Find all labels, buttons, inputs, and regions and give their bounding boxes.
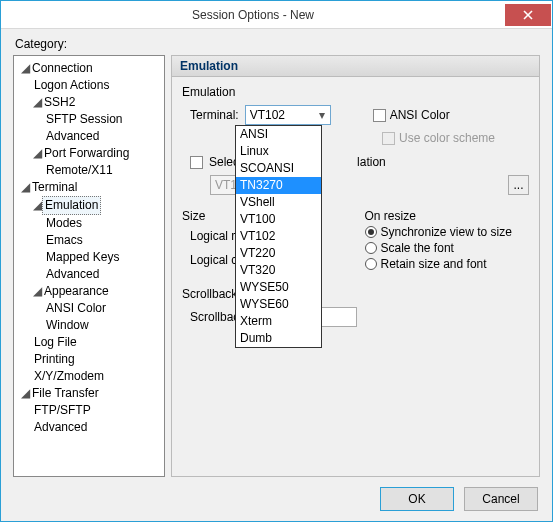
use-color-scheme-checkbox: Use color scheme [382,131,495,145]
tree-appearance[interactable]: Appearance [42,283,111,300]
chevron-down-icon[interactable]: ◢ [20,385,30,402]
chevron-down-icon[interactable]: ◢ [32,283,42,300]
close-icon [523,10,533,20]
tree-remotex11[interactable]: Remote/X11 [44,162,115,179]
chevron-down-icon[interactable]: ◢ [20,60,30,77]
dropdown-option[interactable]: VT320 [236,262,321,279]
tree-mapped[interactable]: Mapped Keys [44,249,121,266]
radio-retain[interactable]: Retain size and font [365,257,530,271]
tree-advanced[interactable]: Advanced [44,266,101,283]
tree-ftpsftp[interactable]: FTP/SFTP [32,402,93,419]
tree-connection[interactable]: Connection [30,60,95,77]
dots-label: ... [513,178,523,192]
tree-modes[interactable]: Modes [44,215,84,232]
tree-emulation[interactable]: Emulation [42,196,101,215]
tree-portfwd[interactable]: Port Forwarding [42,145,131,162]
dropdown-option[interactable]: VShell [236,194,321,211]
terminal-combo[interactable]: VT102 ▾ [245,105,331,125]
ok-label: OK [408,492,425,506]
chevron-down-icon[interactable]: ◢ [32,94,42,111]
tree-sftp[interactable]: SFTP Session [44,111,124,128]
group-emulation: Emulation [182,85,529,99]
chevron-down-icon[interactable]: ◢ [32,197,42,214]
select-alt-checkbox[interactable] [190,156,203,169]
terminal-dropdown-list[interactable]: ANSILinuxSCOANSITN3270VShellVT100VT102VT… [235,125,322,348]
dropdown-option[interactable]: VT102 [236,228,321,245]
chevron-down-icon[interactable]: ◢ [32,145,42,162]
select-alt-label-right: lation [357,155,386,169]
dropdown-option[interactable]: Linux [236,143,321,160]
radio-scale-label: Scale the font [381,241,454,255]
tree-filetransfer[interactable]: File Transfer [30,385,101,402]
category-tree[interactable]: ◢Connection Logon Actions ◢SSH2 SFTP Ses… [13,55,165,477]
radio-scale[interactable]: Scale the font [365,241,530,255]
radio-sync[interactable]: Synchronize view to size [365,225,530,239]
dropdown-option[interactable]: WYSE60 [236,296,321,313]
ansi-color-label: ANSI Color [390,108,450,122]
ansi-color-checkbox[interactable]: ANSI Color [373,108,450,122]
category-label: Category: [15,37,540,51]
tree-advanced[interactable]: Advanced [32,419,89,436]
dropdown-option[interactable]: VT100 [236,211,321,228]
titlebar: Session Options - New [1,1,552,29]
tree-ssh2[interactable]: SSH2 [42,94,77,111]
dropdown-option[interactable]: VT220 [236,245,321,262]
group-onresize: On resize [365,209,530,223]
panel-body: Emulation Terminal: VT102 ▾ ANSI Color [171,77,540,477]
ok-button[interactable]: OK [380,487,454,511]
tree-advanced[interactable]: Advanced [44,128,101,145]
session-options-window: Session Options - New Category: ◢Connect… [0,0,553,522]
window-title: Session Options - New [1,8,505,22]
terminal-label: Terminal: [190,108,239,122]
radio-sync-label: Synchronize view to size [381,225,512,239]
dropdown-option[interactable]: ANSI [236,126,321,143]
tree-xyz[interactable]: X/Y/Zmodem [32,368,106,385]
chevron-down-icon: ▾ [315,107,329,123]
dropdown-option[interactable]: WYSE50 [236,279,321,296]
tree-logon[interactable]: Logon Actions [32,77,111,94]
cancel-label: Cancel [482,492,519,506]
dropdown-option[interactable]: Dumb [236,330,321,347]
footer: OK Cancel [1,477,552,521]
use-color-scheme-label: Use color scheme [399,131,495,145]
tree-printing[interactable]: Printing [32,351,77,368]
tree-window[interactable]: Window [44,317,91,334]
close-button[interactable] [505,4,551,26]
terminal-value: VT102 [250,108,285,122]
radio-retain-label: Retain size and font [381,257,487,271]
tree-emacs[interactable]: Emacs [44,232,85,249]
tree-ansicolor[interactable]: ANSI Color [44,300,108,317]
dropdown-option[interactable]: Xterm [236,313,321,330]
tree-terminal[interactable]: Terminal [30,179,79,196]
dropdown-option[interactable]: SCOANSI [236,160,321,177]
panel-header: Emulation [171,55,540,77]
dropdown-option[interactable]: TN3270 [236,177,321,194]
chevron-down-icon[interactable]: ◢ [20,179,30,196]
cancel-button[interactable]: Cancel [464,487,538,511]
tree-logfile[interactable]: Log File [32,334,79,351]
browse-button[interactable]: ... [508,175,529,195]
